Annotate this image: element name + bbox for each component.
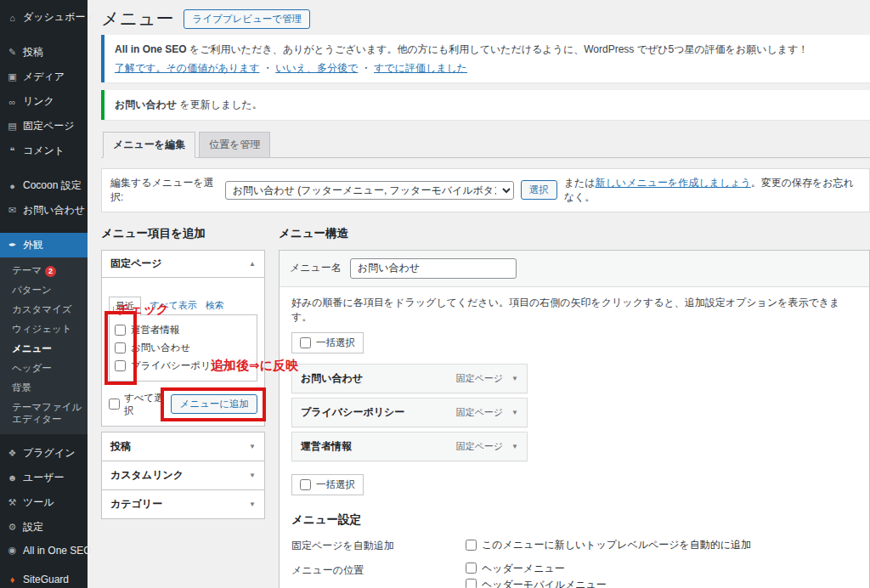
- comment-icon: ❝: [7, 145, 18, 156]
- sidebar-item-label: All in One SEO: [23, 545, 92, 557]
- menu-location-label: メニューの位置: [291, 562, 466, 588]
- sidebar-item-label: SiteGuard: [23, 574, 69, 585]
- page-checkbox[interactable]: [115, 342, 126, 353]
- sidebar-item-label: 外観: [23, 238, 43, 252]
- menu-select-bar: 編集するメニューを選択: お問い合わせ (フッターメニュー, フッターモバイルボ…: [101, 168, 870, 212]
- location-checkbox[interactable]: [466, 579, 477, 588]
- auto-add-option[interactable]: このメニューに新しいトップレベルページを自動的に追加: [466, 537, 751, 553]
- wrench-icon: ⚒: [7, 497, 18, 508]
- chevron-down-icon[interactable]: ▼: [511, 409, 518, 416]
- create-new-menu-link[interactable]: 新しいメニューを作成しましょう: [596, 177, 751, 189]
- chevron-down-icon[interactable]: ▼: [249, 500, 256, 508]
- main-content: メニュー ライブプレビューで管理 All in One SEO をご利用いただき…: [88, 0, 870, 588]
- submenu-item-widgets[interactable]: ウィジェット: [0, 319, 88, 339]
- bulk-select-toggle[interactable]: 一括選択: [291, 332, 364, 353]
- menu-structure-heading: メニュー構造: [279, 226, 870, 241]
- structure-description: 好みの順番に各項目をドラッグしてください。項目の右側の矢印をクリックすると、追加…: [291, 296, 857, 325]
- sidebar-item-pages[interactable]: ▤固定ページ: [0, 114, 88, 139]
- submenu-item-customize[interactable]: カスタマイズ: [0, 300, 88, 319]
- siteguard-icon: ♦: [7, 574, 18, 585]
- sidebar-item-dashboard[interactable]: ⌂ダッシュボード: [0, 5, 88, 30]
- menu-item-privacy-policy[interactable]: プライバシーポリシー 固定ページ▼: [291, 398, 528, 427]
- pages-icon: ▤: [7, 121, 18, 132]
- menu-item-type: 固定ページ: [456, 372, 504, 385]
- appearance-submenu: テーマ2 パターン カスタマイズ ウィジェット メニュー ヘッダー 背景 テーマ…: [0, 257, 88, 434]
- submenu-item-header[interactable]: ヘッダー: [0, 359, 88, 378]
- sidebar-item-users[interactable]: ☻ユーザー: [0, 466, 88, 490]
- sidebar-item-tools[interactable]: ⚒ツール: [0, 490, 88, 515]
- chevron-down-icon[interactable]: ▼: [249, 443, 256, 450]
- menu-settings-section: メニュー設定 固定ページを自動追加 このメニューに新しいトップレベルページを自動…: [291, 512, 857, 588]
- categories-metabox: カテゴリー▼: [101, 489, 265, 519]
- screen-tabs: メニューを編集 位置を管理: [101, 132, 870, 158]
- dashboard-icon: ⌂: [7, 13, 18, 23]
- sidebar-item-plugins[interactable]: ❖プラグイン: [0, 441, 88, 466]
- notice-message: All in One SEO をご利用いただき、ありがとうございます。他の方にも…: [115, 42, 860, 58]
- menu-name-input[interactable]: [350, 258, 517, 279]
- sidebar-item-links[interactable]: ∞リンク: [0, 89, 88, 114]
- chevron-down-icon[interactable]: ▼: [511, 375, 518, 382]
- sidebar-item-contact[interactable]: ✉お問い合わせ: [0, 198, 88, 223]
- menu-updated-notice: お問い合わせ を更新しました。: [101, 90, 870, 120]
- tab-edit-menus[interactable]: メニューを編集: [103, 132, 195, 158]
- sidebar-item-cocoon-settings[interactable]: ●Cocoon 設定: [0, 173, 88, 198]
- filter-tab-search[interactable]: 検索: [206, 299, 224, 315]
- sidebar-item-comments[interactable]: ❝コメント: [0, 139, 88, 163]
- plugin-icon: ❖: [7, 448, 18, 459]
- annotation-check-text: ↓チェック: [110, 302, 169, 318]
- page-checkbox[interactable]: [115, 360, 126, 371]
- select-all-checkbox[interactable]: [109, 399, 120, 410]
- sidebar-item-label: 投稿: [23, 45, 43, 59]
- sidebar-item-media[interactable]: ▣メディア: [0, 65, 88, 89]
- location-option-header-menu[interactable]: ヘッダーメニュー: [466, 562, 607, 575]
- page-checkbox[interactable]: [115, 325, 126, 336]
- submenu-item-patterns[interactable]: パターン: [0, 280, 88, 300]
- envelope-icon: ✉: [7, 205, 18, 216]
- rate-yes-link[interactable]: 了解です。その価値があります: [115, 62, 260, 74]
- submenu-item-background[interactable]: 背景: [0, 378, 88, 398]
- auto-add-checkbox[interactable]: [466, 540, 477, 551]
- admin-sidebar: ⌂ダッシュボード ✎投稿 ▣メディア ∞リンク ▤固定ページ ❝コメント ●Co…: [0, 0, 88, 588]
- custom-links-metabox-header[interactable]: カスタムリンク▼: [102, 461, 264, 489]
- posts-metabox-header[interactable]: 投稿▼: [102, 433, 264, 461]
- annotation-after-add-text: 追加後⇒に反映: [211, 358, 298, 374]
- aioseo-rating-notice: All in One SEO をご利用いただき、ありがとうございます。他の方にも…: [101, 35, 870, 82]
- page-checkbox-row[interactable]: お問い合わせ: [115, 339, 251, 357]
- sidebar-item-siteguard[interactable]: ♦SiteGuard: [0, 568, 88, 588]
- chevron-down-icon[interactable]: ▼: [249, 472, 256, 479]
- update-count-badge: 2: [45, 266, 56, 277]
- select-all-checkbox-row[interactable]: すべて選択: [109, 392, 171, 417]
- gear-icon: ⚙: [7, 522, 18, 533]
- bulk-select-checkbox[interactable]: [300, 337, 311, 348]
- submenu-item-menus[interactable]: メニュー: [0, 339, 88, 359]
- chevron-down-icon[interactable]: ▼: [511, 443, 518, 450]
- bulk-select-checkbox[interactable]: [300, 479, 311, 490]
- rate-already-link[interactable]: すでに評価しました: [374, 62, 467, 74]
- add-to-menu-button[interactable]: メニューに追加: [171, 394, 257, 414]
- bulk-select-toggle[interactable]: 一括選択: [291, 474, 364, 495]
- location-option-header-mobile-menu[interactable]: ヘッダーモバイルメニュー: [466, 578, 607, 588]
- sidebar-item-aioseo[interactable]: ◉All in One SEO: [0, 540, 88, 562]
- sidebar-item-settings[interactable]: ⚙設定: [0, 515, 88, 540]
- posts-icon: ✎: [7, 47, 18, 58]
- manage-live-preview-button[interactable]: ライブプレビューで管理: [184, 9, 310, 29]
- menu-select-dropdown[interactable]: お問い合わせ (フッターメニュー, フッターモバイルボタン): [225, 181, 514, 200]
- submenu-item-themes[interactable]: テーマ2: [0, 261, 88, 280]
- sidebar-item-posts[interactable]: ✎投稿: [0, 40, 88, 65]
- select-menu-button[interactable]: 選択: [521, 180, 557, 200]
- location-checkbox[interactable]: [466, 563, 477, 574]
- categories-metabox-header[interactable]: カテゴリー▼: [102, 490, 264, 518]
- media-icon: ▣: [7, 71, 18, 82]
- submenu-item-theme-file-editor[interactable]: テーマファイルエディター: [0, 398, 88, 429]
- pages-metabox-header[interactable]: 固定ページ ▲: [102, 251, 264, 277]
- page-checkbox-row[interactable]: 運営者情報: [115, 321, 251, 339]
- user-icon: ☻: [7, 472, 18, 483]
- rate-later-link[interactable]: いいえ、多分後で: [275, 62, 358, 74]
- tab-manage-locations[interactable]: 位置を管理: [199, 132, 270, 158]
- sidebar-item-appearance[interactable]: ✒外観: [0, 233, 88, 257]
- menu-item-operator-info[interactable]: 運営者情報 固定ページ▼: [291, 432, 528, 461]
- sidebar-item-label: リンク: [23, 94, 54, 109]
- menu-item-contact[interactable]: お問い合わせ 固定ページ▼: [291, 364, 528, 393]
- brush-icon: ✒: [7, 240, 18, 251]
- chevron-up-icon[interactable]: ▲: [249, 260, 256, 268]
